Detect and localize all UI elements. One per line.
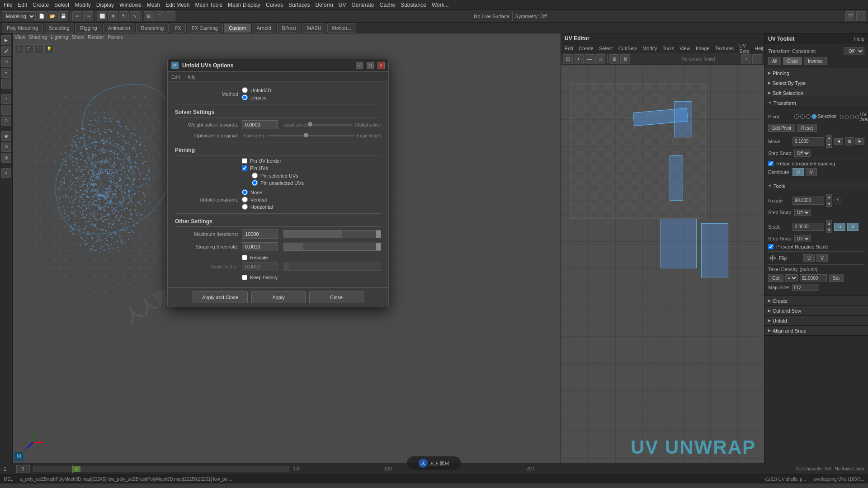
cut-and-sew-header[interactable]: ▶ Cut and Sew bbox=[764, 306, 868, 316]
scale-v-btn[interactable]: V bbox=[847, 223, 859, 231]
uv-vertex-btn[interactable]: • bbox=[574, 54, 584, 64]
move-right-btn[interactable]: ▶ bbox=[855, 138, 864, 145]
pivot-r2c3[interactable] bbox=[850, 115, 854, 119]
tools-section-header[interactable]: ▼ Tools bbox=[764, 181, 868, 191]
menu-edit[interactable]: Edit bbox=[18, 2, 27, 8]
snap-curve[interactable]: ⌒ bbox=[155, 11, 165, 21]
scale-down-arrow[interactable]: ▼ bbox=[826, 227, 832, 233]
tab-arnold[interactable]: Arnold bbox=[252, 23, 276, 33]
edge-mode-btn[interactable]: — bbox=[1, 105, 11, 115]
pivot-r1c1[interactable] bbox=[794, 114, 799, 119]
flip-v-btn[interactable]: V bbox=[816, 254, 828, 262]
redo-btn[interactable]: ↪ bbox=[83, 11, 93, 21]
tc-inverse-btn[interactable]: Inverse bbox=[804, 57, 827, 65]
vp-menu-lighting[interactable]: Lighting bbox=[51, 34, 68, 40]
pinning-section-header[interactable]: ▶ Pinning bbox=[764, 68, 868, 78]
vp-wireframe-icon[interactable]: ⊡ bbox=[24, 44, 33, 53]
tc-all-btn[interactable]: All bbox=[768, 57, 781, 65]
render-preview[interactable]: 🎬 bbox=[845, 11, 855, 21]
uv-menu-create[interactable]: Create bbox=[579, 46, 594, 51]
menu-windows[interactable]: Windows bbox=[119, 2, 142, 8]
pivot-r1c2[interactable] bbox=[800, 114, 805, 119]
menu-edit-mesh[interactable]: Edit Mesh bbox=[165, 2, 189, 8]
uv-viewport[interactable]: UV Unwrap bbox=[561, 65, 764, 463]
method-legacy-radio[interactable] bbox=[242, 94, 248, 100]
vp-menu-show[interactable]: Show bbox=[72, 34, 85, 40]
uv-menu-cut-sew[interactable]: Cut/Sew bbox=[618, 46, 637, 51]
uv-menu-textures[interactable]: Textures bbox=[715, 46, 734, 51]
step-snap-2-select[interactable]: Off bbox=[794, 209, 811, 216]
distribute-v-btn[interactable]: V bbox=[806, 168, 817, 176]
menu-select[interactable]: Select bbox=[54, 2, 69, 8]
scale-up-arrow[interactable]: ▲ bbox=[826, 220, 832, 226]
rotate-input[interactable] bbox=[793, 197, 824, 205]
menu-display[interactable]: Display bbox=[96, 2, 114, 8]
menu-cache[interactable]: Cache bbox=[379, 2, 395, 8]
pivot-r1c4-selected[interactable] bbox=[812, 114, 816, 119]
edit-pivot-btn[interactable]: Edit Pivot bbox=[768, 124, 795, 132]
pivot-r1c3[interactable] bbox=[806, 114, 811, 119]
pin-selected-radio[interactable] bbox=[252, 173, 258, 178]
vp-menu-view[interactable]: View bbox=[14, 34, 25, 40]
unfold-uvs-dialog[interactable]: M Unfold UVs Options − □ ✕ Edit Help Met… bbox=[167, 59, 389, 307]
scale-u-btn[interactable]: U bbox=[834, 223, 845, 231]
open-btn[interactable]: 📂 bbox=[47, 11, 57, 21]
sculpt-tool-btn[interactable]: ⊙ bbox=[1, 57, 11, 67]
tab-rigging[interactable]: Rigging bbox=[75, 23, 102, 33]
max-iterations-slider[interactable] bbox=[283, 230, 381, 238]
mode-selector[interactable]: Modeling bbox=[2, 11, 36, 21]
tab-sculpting[interactable]: Sculpting bbox=[44, 23, 74, 33]
pivot-r2c2[interactable] bbox=[845, 115, 849, 119]
dialog-maximize-btn[interactable]: □ bbox=[367, 62, 374, 69]
undo-btn[interactable]: ↩ bbox=[72, 11, 82, 21]
scale-input[interactable] bbox=[793, 223, 824, 231]
new-btn[interactable]: 📄 bbox=[37, 11, 47, 21]
align-snap-header[interactable]: ▶ Align and Snap bbox=[764, 326, 868, 336]
map-size-input[interactable] bbox=[792, 284, 819, 291]
display-btn[interactable]: ⊕ bbox=[1, 142, 11, 152]
uv-menu-image[interactable]: Image bbox=[696, 46, 710, 51]
menu-curves[interactable]: Curves bbox=[266, 2, 283, 8]
hide-btn[interactable]: ◉ bbox=[1, 131, 11, 141]
menu-mesh[interactable]: Mesh bbox=[147, 2, 160, 8]
select-tool[interactable]: ⬜ bbox=[97, 11, 107, 21]
menu-work[interactable]: Work... bbox=[432, 2, 449, 8]
max-iter-handle[interactable] bbox=[376, 230, 381, 238]
tab-poly-modeling[interactable]: Poly Modeling bbox=[2, 23, 43, 33]
texel-get-btn[interactable]: Get bbox=[768, 274, 783, 282]
tab-fx-caching[interactable]: FX Caching bbox=[187, 23, 222, 33]
uv-face-btn[interactable]: □ bbox=[595, 54, 605, 64]
dialog-menu-edit[interactable]: Edit bbox=[171, 74, 180, 80]
menu-surfaces[interactable]: Surfaces bbox=[288, 2, 310, 8]
uv-menu-edit[interactable]: Edit bbox=[565, 46, 573, 51]
move-left-btn[interactable]: ◀ bbox=[834, 138, 843, 145]
weight-solver-slider[interactable] bbox=[310, 124, 352, 126]
reset-btn[interactable]: Reset bbox=[797, 124, 817, 132]
stopping-threshold-input[interactable] bbox=[242, 242, 278, 251]
uv-toolkit-help[interactable]: Help bbox=[854, 36, 864, 42]
tc-clear-btn[interactable]: Clear bbox=[783, 57, 802, 65]
vertex-mode-btn[interactable]: • bbox=[1, 94, 11, 104]
dialog-menu-help[interactable]: Help bbox=[185, 74, 196, 80]
constraint-horizontal-radio[interactable] bbox=[242, 204, 248, 210]
knife-tool-btn[interactable]: ⋮ bbox=[1, 79, 11, 89]
uv-menu-view[interactable]: View bbox=[679, 46, 690, 51]
vp-menu-render[interactable]: Render bbox=[88, 34, 104, 40]
create-section-header[interactable]: ▶ Create bbox=[764, 296, 868, 306]
menu-create[interactable]: Create bbox=[33, 2, 49, 8]
flip-u-btn[interactable]: U bbox=[803, 254, 815, 262]
pin-uv-border-check[interactable] bbox=[242, 158, 247, 164]
menu-mesh-display[interactable]: Mesh Display bbox=[228, 2, 260, 8]
menu-deform[interactable]: Deform bbox=[315, 2, 333, 8]
prevent-neg-scale-check[interactable] bbox=[768, 244, 774, 249]
constraint-vertical-radio[interactable] bbox=[242, 197, 248, 202]
texel-dropdown[interactable]: = bbox=[785, 274, 798, 282]
optimize-slider[interactable] bbox=[267, 135, 354, 136]
weight-solver-input[interactable] bbox=[242, 120, 278, 129]
max-iterations-input[interactable] bbox=[242, 230, 278, 239]
snap-grid[interactable]: ⊞ bbox=[144, 11, 154, 21]
apply-close-btn[interactable]: Apply and Close bbox=[193, 291, 248, 303]
uv-menu-uv-sets[interactable]: UV Sets bbox=[739, 43, 749, 54]
menu-uv[interactable]: UV bbox=[339, 2, 346, 8]
tab-mash[interactable]: MASH bbox=[302, 23, 326, 33]
